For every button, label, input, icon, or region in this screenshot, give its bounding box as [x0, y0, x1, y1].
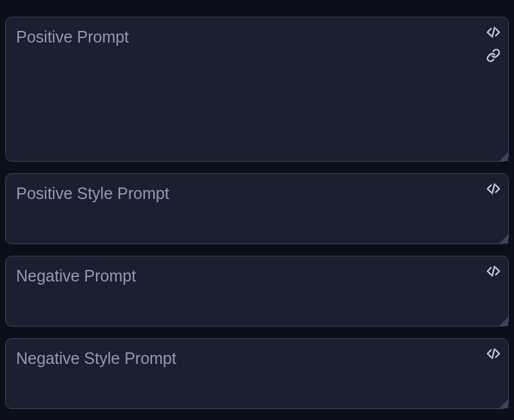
negative-prompt-input[interactable] — [6, 256, 508, 326]
negative-style-prompt-box — [5, 338, 509, 409]
svg-line-0 — [492, 28, 495, 37]
code-icon[interactable] — [486, 182, 500, 196]
svg-line-2 — [492, 267, 495, 276]
link-icon[interactable] — [486, 48, 500, 62]
negative-style-prompt-input[interactable] — [6, 339, 508, 408]
prompt-container — [5, 5, 509, 409]
positive-style-prompt-icons — [486, 182, 500, 196]
code-icon[interactable] — [486, 264, 500, 278]
resize-handle[interactable] — [499, 234, 508, 243]
negative-prompt-icons — [486, 264, 500, 278]
svg-line-3 — [492, 349, 495, 359]
svg-line-1 — [492, 184, 495, 194]
positive-style-prompt-box — [5, 173, 509, 244]
positive-prompt-icons — [486, 25, 500, 62]
negative-prompt-box — [5, 256, 509, 327]
positive-style-prompt-input[interactable] — [6, 174, 508, 243]
code-icon[interactable] — [486, 25, 500, 39]
code-icon[interactable] — [486, 347, 500, 361]
positive-prompt-box — [5, 17, 509, 162]
positive-prompt-input[interactable] — [6, 17, 508, 161]
resize-handle[interactable] — [499, 152, 508, 161]
resize-handle[interactable] — [499, 317, 508, 326]
negative-style-prompt-icons — [486, 347, 500, 361]
resize-handle[interactable] — [499, 399, 508, 408]
